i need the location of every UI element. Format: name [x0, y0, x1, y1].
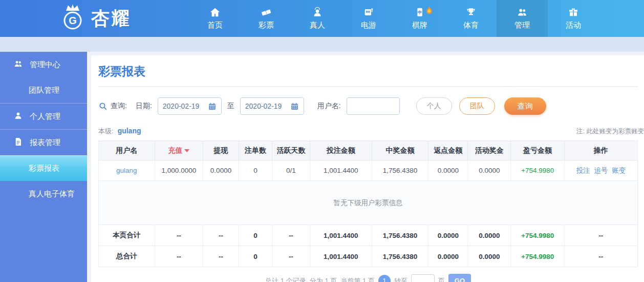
total-cell: -- — [564, 246, 637, 267]
team-icon — [517, 7, 528, 18]
total-cell: -- — [272, 225, 310, 246]
hot-flame-icon — [425, 6, 434, 16]
row-profit: +754.9980 — [511, 160, 564, 181]
app-window: G 杏耀 首页 彩票 真人 — [0, 0, 644, 282]
sidebar-item-personal-manage[interactable]: 个人管理 — [0, 104, 87, 129]
total-cell: -- — [155, 225, 203, 246]
person-icon — [13, 111, 23, 122]
nav-item-home[interactable]: 首页 — [189, 0, 241, 37]
go-button[interactable]: GO — [448, 274, 471, 282]
sidebar-item-label: 个人管理 — [30, 112, 60, 122]
total-cell: 1,001.4400 — [310, 225, 372, 246]
goto-page-input[interactable] — [411, 274, 435, 282]
sidebar-item-label: 报表管理 — [30, 138, 60, 148]
to-label: 至 — [227, 102, 234, 111]
col-username: 用户名 — [99, 141, 155, 160]
col-bet-amount: 投注金额 — [310, 141, 372, 160]
row-bet-count: 0 — [239, 160, 272, 181]
nav-item-boardgames[interactable]: 中 棋牌 — [394, 0, 445, 37]
brand-logo[interactable]: G 杏耀 — [0, 0, 189, 37]
row-rebate-amount: 0.0000 — [428, 160, 468, 181]
total-cell: 1,001.4400 — [310, 246, 372, 267]
sidebar-item-manage-center[interactable]: 管理中心 — [0, 52, 87, 77]
nav-item-sports[interactable]: 体育 — [445, 0, 497, 37]
date-to-field[interactable] — [240, 97, 304, 115]
nav-item-lottery[interactable]: 彩票 — [241, 0, 292, 37]
total-cell: -- — [564, 225, 637, 246]
row-username-link[interactable]: gulang — [116, 167, 137, 174]
pagination-summary: 总计 1 个记录, 分为 1 页, 当前第 1 页 — [265, 276, 375, 282]
slot-machine-icon — [363, 7, 374, 18]
total-cell: 0 — [239, 246, 272, 267]
sidebar-item-report-manage[interactable]: 报表管理 — [0, 130, 87, 155]
col-win-amount: 中奖金额 — [372, 141, 428, 160]
live-person-icon — [312, 7, 323, 18]
nav-label: 电游 — [361, 21, 376, 30]
page-title: 彩票报表 — [98, 64, 638, 79]
team-button[interactable]: 团队 — [459, 97, 495, 115]
total-label: 总合计 — [99, 246, 155, 267]
calendar-icon[interactable] — [208, 102, 217, 111]
col-recharge-sortable[interactable]: 充值 — [155, 141, 203, 160]
sidebar-item-label: 管理中心 — [30, 60, 60, 70]
mahjong-tile-icon: 中 — [414, 7, 425, 18]
username-input[interactable] — [347, 97, 400, 115]
total-profit: +754.9980 — [511, 225, 564, 246]
sidebar-item-lottery-report[interactable]: 彩票报表 — [0, 155, 87, 181]
total-cell: 0.0000 — [468, 225, 511, 246]
total-cell: -- — [203, 225, 239, 246]
level-username-link[interactable]: gulang — [118, 127, 141, 135]
nav-item-live[interactable]: 真人 — [292, 0, 343, 37]
pagination: 总计 1 个记录, 分为 1 页, 当前第 1 页 1 转至 页 GO — [98, 274, 638, 282]
total-cell: -- — [272, 246, 310, 267]
nav-label: 管理 — [514, 21, 530, 30]
account-change-link[interactable]: 账变 — [612, 167, 626, 174]
date-label: 日期: — [136, 102, 152, 111]
total-cell: 0.0000 — [428, 225, 468, 246]
search-icon — [98, 102, 108, 111]
bet-detail-link[interactable]: 投注 — [576, 167, 590, 174]
total-cell: 1,756.4380 — [372, 246, 428, 267]
nav-label: 体育 — [463, 21, 479, 30]
sidebar: 管理中心 团队管理 个人管理 报表管理 彩票报表 — [0, 52, 87, 282]
date-from-field[interactable] — [158, 97, 222, 115]
nav-label: 首页 — [207, 21, 223, 30]
total-cell: -- — [155, 246, 203, 267]
search-button[interactable]: 查询 — [504, 97, 546, 115]
nav-item-activity[interactable]: 活动 — [548, 0, 599, 37]
date-to-input[interactable] — [245, 102, 286, 110]
sort-desc-icon — [184, 149, 189, 152]
chase-number-link[interactable]: 追号 — [594, 167, 608, 174]
table-row: gulang 1,000.0000 0.0000 0 0/1 1,001.440… — [99, 160, 638, 181]
sidebar-item-label: 团队管理 — [29, 86, 59, 95]
report-icon — [13, 137, 23, 148]
total-cell: 0.0000 — [468, 246, 511, 267]
sidebar-item-label: 彩票报表 — [29, 164, 59, 173]
col-profit-loss: 盈亏金额 — [511, 141, 564, 160]
sidebar-item-live-esports[interactable]: 真人电子体育 — [0, 181, 87, 207]
nav-item-manage[interactable]: 管理 — [497, 0, 548, 37]
personal-button[interactable]: 个人 — [416, 97, 452, 115]
date-from-input[interactable] — [163, 102, 204, 110]
col-withdraw: 提现 — [203, 141, 239, 160]
sidebar-item-label: 真人电子体育 — [29, 189, 75, 199]
nav-item-egames[interactable]: 电游 — [343, 0, 394, 37]
username-label: 用户名: — [317, 102, 341, 111]
row-actions: 投注 追号 账变 — [564, 160, 637, 181]
search-bar: 查询: 日期: 至 用户名: 个人 — [98, 97, 638, 115]
level-row: 本级: gulang 注: 此处账变为彩票账变 — [98, 127, 638, 136]
total-cell: -- — [203, 246, 239, 267]
crown-emblem-icon: G — [58, 3, 87, 34]
home-icon — [209, 7, 221, 18]
grand-total-row: 总合计 -- -- 0 -- 1,001.4400 1,756.4380 0.0… — [99, 246, 638, 267]
sidebar-item-team-manage[interactable]: 团队管理 — [0, 77, 87, 103]
page-number-button[interactable]: 1 — [378, 275, 391, 282]
col-actions: 操作 — [564, 141, 637, 160]
col-bet-count: 注单数 — [239, 141, 272, 160]
row-win-amount: 1,756.4380 — [372, 160, 428, 181]
calendar-icon[interactable] — [290, 102, 299, 111]
table-header-row: 用户名 充值 提现 注单数 活跃天数 投注金额 中奖金额 返点金额 活动奖金 盈… — [99, 141, 638, 160]
svg-text:G: G — [69, 15, 77, 26]
goto-label: 转至 — [394, 276, 407, 282]
row-active-days: 0/1 — [272, 160, 310, 181]
